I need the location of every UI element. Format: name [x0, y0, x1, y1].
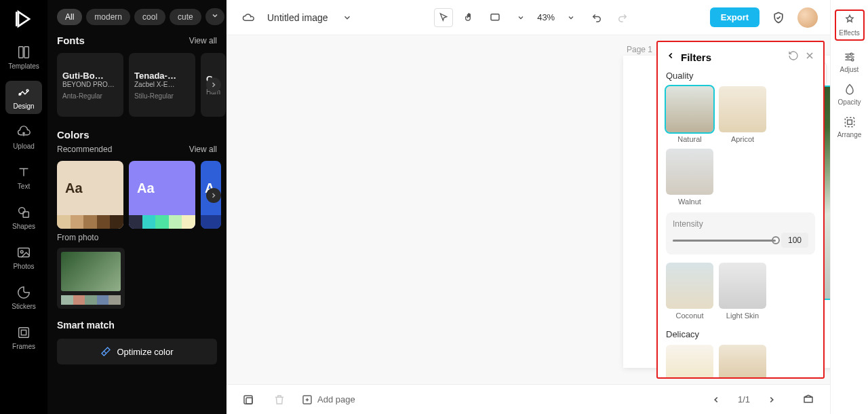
prop-label: Opacity: [838, 98, 861, 106]
shield-icon[interactable]: [769, 8, 788, 27]
from-photo-title: From photo: [57, 233, 217, 242]
rail-label: Stickers: [12, 303, 36, 310]
rail-label: Shapes: [12, 223, 35, 230]
fonts-viewall[interactable]: View all: [189, 36, 217, 45]
colors-viewall[interactable]: View all: [189, 145, 217, 154]
close-icon[interactable]: [804, 50, 815, 64]
chip-all[interactable]: All: [57, 9, 82, 25]
prop-effects[interactable]: Effects: [835, 10, 865, 41]
hand-tool-icon[interactable]: [460, 8, 479, 27]
chip-more[interactable]: [205, 8, 224, 25]
slider-knob[interactable]: [772, 236, 780, 244]
filter-natural[interactable]: Natural: [666, 86, 713, 143]
rail-frames[interactable]: Frames: [5, 321, 42, 354]
rail-label: Frames: [12, 343, 35, 350]
add-page-button[interactable]: Add page: [301, 394, 355, 406]
prop-label: Arrange: [837, 131, 862, 138]
svg-rect-8: [19, 328, 29, 338]
filter-snack[interactable]: Snack: [666, 345, 713, 379]
from-photo-thumb: [61, 252, 121, 291]
zoom-chevron-icon[interactable]: [561, 8, 580, 27]
intensity-slider[interactable]: [673, 240, 776, 242]
color-card[interactable]: Aa: [129, 161, 195, 229]
rail-photos[interactable]: Photos: [5, 241, 42, 274]
from-photo-card[interactable]: [57, 248, 125, 309]
rail-label: Photos: [13, 263, 34, 270]
svg-point-21: [850, 53, 852, 55]
color-swatches: [57, 215, 123, 229]
resize-tool-icon[interactable]: [486, 8, 505, 27]
zoom-value[interactable]: 43%: [537, 12, 555, 22]
rail-label: Design: [13, 102, 34, 110]
font-meta: Stilu-Regular: [134, 92, 190, 100]
color-card[interactable]: Aa: [57, 161, 123, 229]
filter-coconut[interactable]: Coconut: [666, 263, 713, 320]
optimize-color-button[interactable]: Optimize color: [57, 339, 217, 364]
rail-label: Text: [18, 183, 30, 190]
cloud-icon[interactable]: [239, 8, 258, 27]
font-card[interactable]: Tenada-… Zacbel X-E… Stilu-Regular: [129, 53, 195, 117]
app-logo[interactable]: [13, 8, 35, 30]
chip-modern[interactable]: modern: [86, 9, 130, 25]
redo-icon[interactable]: [613, 8, 632, 27]
cursor-tool-icon[interactable]: [434, 8, 453, 27]
resize-chevron-icon[interactable]: [511, 8, 530, 27]
svg-rect-10: [491, 14, 499, 20]
filter-apricot[interactable]: Apricot: [719, 86, 766, 143]
filters-title: Filters: [681, 52, 783, 63]
page-counter: 1/1: [738, 394, 750, 404]
filters-reset-icon[interactable]: [788, 50, 799, 64]
rail-design[interactable]: Design: [5, 81, 42, 114]
font-sub: BEYOND PRO…: [62, 81, 118, 88]
font-sub: Zacbel X-E…: [134, 81, 190, 88]
undo-icon[interactable]: [587, 8, 606, 27]
svg-rect-25: [847, 120, 852, 125]
svg-rect-9: [21, 330, 26, 335]
present-icon[interactable]: [799, 390, 818, 409]
colors-recommended: Recommended: [57, 145, 112, 154]
trash-icon[interactable]: [270, 390, 289, 409]
font-name: Tenada-…: [134, 71, 190, 81]
svg-point-3: [26, 90, 28, 92]
filter-walnut[interactable]: Walnut: [666, 149, 713, 206]
rail-text[interactable]: Text: [5, 161, 42, 194]
rail-stickers[interactable]: Stickers: [5, 281, 42, 314]
layers-icon[interactable]: [239, 390, 258, 409]
prop-arrange[interactable]: Arrange: [835, 115, 865, 138]
fonts-title: Fonts: [57, 35, 85, 46]
prev-page-icon[interactable]: [707, 390, 726, 409]
filter-lightskin[interactable]: Light Skin: [719, 263, 766, 320]
filter-darkbrown[interactable]: Dark Brown: [719, 345, 766, 379]
doc-title[interactable]: Untitled image: [267, 12, 328, 23]
rail-templates[interactable]: Templates: [5, 41, 42, 74]
svg-point-22: [846, 56, 848, 58]
svg-point-23: [851, 59, 853, 61]
colors-title: Colors: [57, 129, 90, 140]
export-button[interactable]: Export: [710, 7, 760, 27]
rail-label: Upload: [13, 143, 35, 150]
intensity-label: Intensity: [673, 219, 808, 229]
rail-shapes[interactable]: Shapes: [5, 201, 42, 234]
svg-rect-0: [19, 47, 23, 58]
delicacy-title: Delicacy: [666, 329, 815, 339]
title-chevron-icon[interactable]: [338, 8, 357, 27]
chip-cool[interactable]: cool: [134, 9, 165, 25]
fonts-next-icon[interactable]: [206, 77, 221, 92]
prop-opacity[interactable]: Opacity: [835, 83, 865, 106]
intensity-control: Intensity 100: [666, 212, 815, 255]
color-swatches: [201, 215, 221, 229]
chip-cute[interactable]: cute: [170, 9, 201, 25]
optimize-label: Optimize color: [117, 347, 173, 357]
svg-rect-24: [845, 117, 854, 126]
filters-back-icon[interactable]: [666, 51, 675, 63]
quality-title: Quality: [666, 71, 815, 81]
rail-upload[interactable]: Upload: [5, 121, 42, 154]
font-meta: Anta-Regular: [62, 92, 118, 100]
intensity-value[interactable]: 100: [781, 233, 808, 248]
colors-next-icon[interactable]: [206, 188, 221, 203]
prop-adjust[interactable]: Adjust: [835, 50, 865, 73]
svg-rect-18: [244, 396, 252, 404]
avatar[interactable]: [797, 7, 818, 28]
font-card[interactable]: Guti-Bo… BEYOND PRO… Anta-Regular: [57, 53, 123, 117]
next-page-icon[interactable]: [762, 390, 781, 409]
